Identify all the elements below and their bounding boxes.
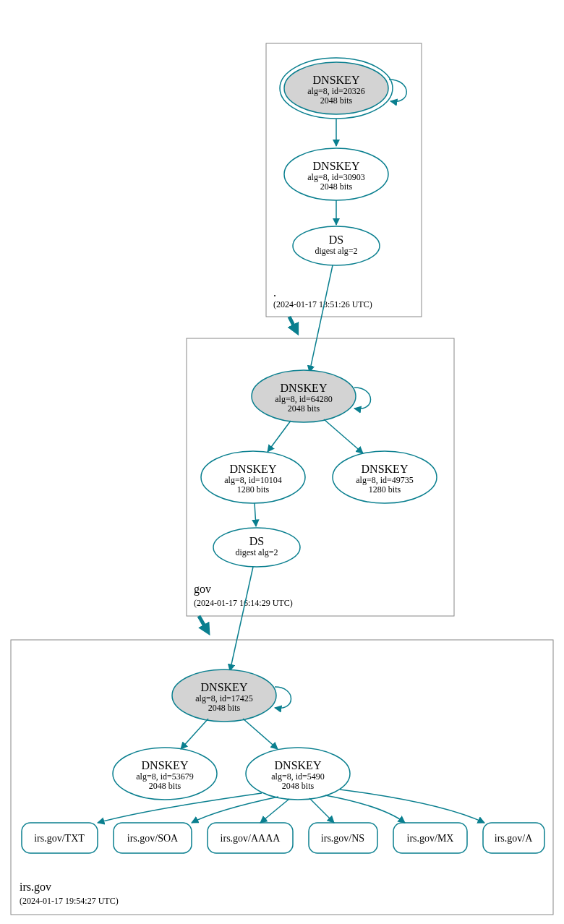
dnskey-node-gov-zsk2: DNSKEY alg=8, id=49735 1280 bits	[333, 451, 437, 503]
dnskey-node-gov-zsk1: DNSKEY alg=8, id=10104 1280 bits	[201, 451, 305, 503]
zone-label-irsgov: irs.gov	[20, 881, 51, 894]
svg-text:irs.gov/A: irs.gov/A	[495, 833, 533, 844]
svg-text:2048 bits: 2048 bits	[208, 703, 241, 713]
edge-gov-ds-to-irs-ksk	[230, 567, 253, 671]
svg-text:irs.gov/NS: irs.gov/NS	[321, 833, 364, 844]
edge-root-ds-to-gov-ksk	[309, 265, 333, 372]
svg-text:1280 bits: 1280 bits	[237, 484, 270, 495]
svg-text:alg=8, id=20326: alg=8, id=20326	[307, 86, 365, 96]
svg-text:DNSKEY: DNSKEY	[362, 463, 409, 475]
svg-text:DS: DS	[249, 535, 264, 547]
dnskey-node-irs-zsk1: DNSKEY alg=8, id=53679 2048 bits	[113, 748, 217, 800]
svg-text:1280 bits: 1280 bits	[369, 484, 401, 495]
dnskey-node-irs-zsk2: DNSKEY alg=8, id=5490 2048 bits	[246, 748, 350, 800]
zone-label-gov: gov	[194, 583, 211, 596]
edge-gov-zsk1-to-ds	[255, 503, 256, 526]
edge-irs-ksk-to-zsk1	[181, 719, 208, 749]
zone-label-root: .	[273, 286, 276, 299]
svg-text:digest alg=2: digest alg=2	[315, 246, 357, 256]
edge-irs-zsk2-to-aaaa	[260, 799, 289, 823]
edge-selfloop-gov-ksk	[354, 388, 371, 409]
rrset-a: irs.gov/A	[483, 823, 544, 853]
edge-irs-ksk-to-zsk2	[243, 719, 278, 749]
svg-text:2048 bits: 2048 bits	[149, 781, 181, 791]
zone-timestamp-irsgov: (2024-01-17 19:54:27 UTC)	[20, 896, 119, 906]
svg-text:alg=8, id=49735: alg=8, id=49735	[356, 475, 414, 485]
svg-text:irs.gov/MX: irs.gov/MX	[407, 833, 454, 844]
svg-text:DNSKEY: DNSKEY	[275, 759, 322, 771]
svg-text:DNSKEY: DNSKEY	[281, 382, 328, 394]
edge-irs-zsk2-to-ns	[309, 798, 334, 823]
ds-node-gov: DS digest alg=2	[213, 528, 300, 567]
svg-text:2048 bits: 2048 bits	[320, 181, 353, 192]
svg-text:irs.gov/AAAA: irs.gov/AAAA	[221, 833, 281, 844]
svg-text:alg=8, id=64280: alg=8, id=64280	[275, 394, 333, 404]
svg-text:irs.gov/TXT: irs.gov/TXT	[34, 833, 85, 844]
svg-text:DNSKEY: DNSKEY	[142, 759, 189, 771]
svg-text:DNSKEY: DNSKEY	[230, 463, 277, 475]
rrset-ns: irs.gov/NS	[309, 823, 377, 853]
edge-gov-ksk-to-zsk1	[268, 421, 291, 452]
zone-timestamp-gov: (2024-01-17 16:14:29 UTC)	[194, 598, 293, 608]
edge-irs-zsk2-to-a	[340, 790, 484, 823]
edge-irs-zsk2-to-mx	[325, 795, 405, 823]
svg-text:DS: DS	[329, 234, 343, 246]
svg-text:DNSKEY: DNSKEY	[313, 160, 360, 172]
zone-timestamp-root: (2024-01-17 13:51:26 UTC)	[273, 299, 372, 309]
svg-text:alg=8, id=17425: alg=8, id=17425	[195, 693, 253, 703]
rrset-aaaa: irs.gov/AAAA	[208, 823, 293, 853]
svg-text:alg=8, id=5490: alg=8, id=5490	[271, 771, 325, 782]
edge-zone-root-to-gov	[289, 317, 296, 331]
svg-text:alg=8, id=53679: alg=8, id=53679	[136, 771, 194, 782]
rrset-soa: irs.gov/SOA	[114, 823, 192, 853]
edge-zone-gov-to-irsgov	[199, 616, 208, 631]
svg-text:alg=8, id=30903: alg=8, id=30903	[307, 172, 365, 182]
svg-text:alg=8, id=10104: alg=8, id=10104	[224, 475, 282, 485]
dnskey-node-root-zsk: DNSKEY alg=8, id=30903 2048 bits	[284, 148, 388, 200]
rrset-mx: irs.gov/MX	[393, 823, 467, 853]
svg-text:2048 bits: 2048 bits	[288, 403, 320, 414]
rrset-txt: irs.gov/TXT	[22, 823, 98, 853]
edge-gov-ksk-to-zsk2	[324, 419, 363, 453]
dnskey-node-irs-ksk: DNSKEY alg=8, id=17425 2048 bits	[172, 670, 276, 722]
dnskey-node-root-ksk: DNSKEY alg=8, id=20326 2048 bits	[280, 58, 393, 119]
svg-text:DNSKEY: DNSKEY	[201, 681, 248, 693]
ds-node-root: DS digest alg=2	[293, 226, 380, 265]
svg-text:DNSKEY: DNSKEY	[313, 74, 360, 86]
svg-text:2048 bits: 2048 bits	[320, 95, 353, 106]
svg-text:digest alg=2: digest alg=2	[235, 547, 278, 557]
dnskey-node-gov-ksk: DNSKEY alg=8, id=64280 2048 bits	[252, 370, 356, 422]
svg-text:irs.gov/SOA: irs.gov/SOA	[127, 833, 179, 844]
edge-selfloop-irs-ksk	[275, 687, 291, 709]
svg-text:2048 bits: 2048 bits	[282, 781, 315, 791]
